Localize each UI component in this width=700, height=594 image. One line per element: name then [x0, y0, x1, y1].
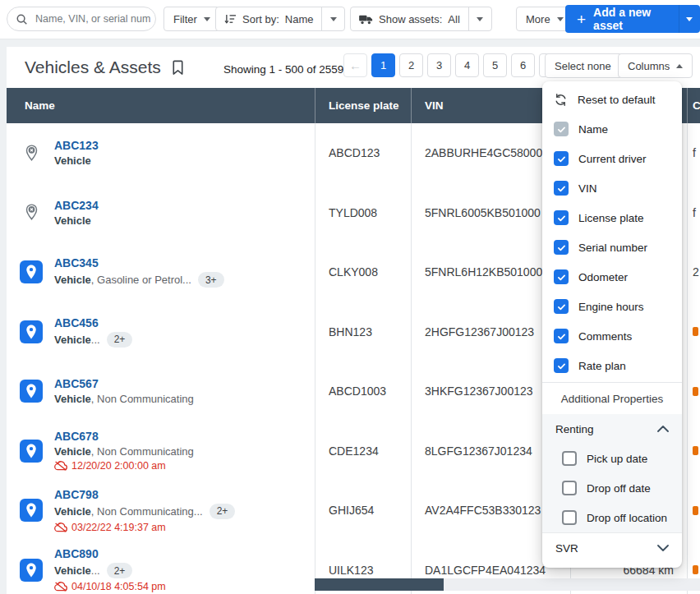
filter-button[interactable]: Filter: [163, 7, 220, 31]
checkbox-checked: [554, 329, 569, 343]
asset-name-link[interactable]: ABC456: [54, 316, 132, 329]
page-button-6[interactable]: 6: [511, 53, 535, 77]
groups-count-badge[interactable]: 2+: [107, 332, 133, 348]
add-asset-split-button: + Add a new asset: [565, 5, 700, 33]
sort-by-split-button: Sort by: Name: [215, 7, 345, 31]
group-label: SVR: [555, 542, 578, 555]
asset-type: Vehicle...2+: [54, 332, 132, 348]
chevron-down-icon: [557, 17, 564, 21]
column-toggle-serial-number[interactable]: Serial number: [542, 233, 682, 262]
column-group-header-svr[interactable]: SVR: [542, 532, 682, 563]
license-plate-cell: BHN123: [315, 302, 411, 362]
asset-name-link[interactable]: ABC345: [54, 256, 224, 269]
columns-menu: Reset to default Name Current driver VIN…: [542, 81, 682, 568]
column-toggle-drop-off-date[interactable]: Drop off date: [542, 473, 682, 503]
scrollbar-thumb[interactable]: [315, 578, 444, 591]
asset-name-link[interactable]: ABC798: [54, 488, 235, 501]
filter-label: Filter: [173, 13, 197, 25]
checkbox-unchecked: [562, 481, 577, 495]
sort-icon: [224, 14, 237, 25]
sort-by-value: Name: [285, 13, 314, 25]
chevron-down-icon: [686, 17, 693, 21]
sort-by-button[interactable]: Sort by: Name: [216, 7, 321, 30]
column-toggle-name: Name: [542, 114, 682, 144]
map-pin-icon: [20, 320, 43, 343]
license-plate-cell: TYLD008: [315, 183, 411, 243]
license-plate-cell: ABCD1003: [315, 361, 411, 421]
license-plate-cell: CDE1234: [315, 421, 411, 481]
page-button-5[interactable]: 5: [483, 53, 507, 77]
checkbox-label: VIN: [578, 182, 597, 195]
non-communicating-alert: 03/22/22 4:19:37 am: [54, 522, 235, 533]
column-header-name[interactable]: Name: [7, 88, 315, 123]
column-toggle-drop-off-location[interactable]: Drop off location: [542, 503, 682, 532]
checkbox-label: Drop off location: [587, 512, 667, 524]
map-pin-offline-icon: [20, 201, 43, 224]
chevron-down-icon: [330, 17, 337, 21]
column-toggle-odometer[interactable]: Odometer: [542, 262, 682, 292]
page-button-2[interactable]: 2: [399, 53, 423, 77]
vehicles-assets-page: Filter Sort by: Name Show assets: All: [0, 0, 700, 594]
clipped-icon: [693, 506, 698, 515]
column-toggle-pick-up-date[interactable]: Pick up date: [542, 444, 682, 473]
show-assets-button[interactable]: Show assets: All: [351, 7, 468, 30]
asset-name-link[interactable]: ABC234: [54, 199, 99, 212]
reset-to-default-button[interactable]: Reset to default: [542, 85, 682, 114]
chevron-up-icon: [676, 64, 683, 68]
page-button-1[interactable]: 1: [371, 53, 395, 77]
column-toggle-license-plate[interactable]: License plate: [542, 203, 682, 233]
map-pin-icon: [20, 440, 43, 463]
show-assets-dropdown-button[interactable]: [468, 7, 491, 30]
search-input[interactable]: [34, 12, 152, 25]
asset-name-link[interactable]: ABC123: [54, 139, 99, 152]
clipped-icon: [693, 387, 698, 396]
add-asset-dropdown-button[interactable]: [679, 5, 700, 33]
page-button-3[interactable]: 3: [427, 53, 451, 77]
columns-button[interactable]: Columns: [618, 53, 693, 78]
horizontal-scrollbar[interactable]: [315, 578, 700, 591]
chevron-up-icon: [657, 426, 669, 432]
non-communicating-alert: 12/20/20 2:00:00 am: [54, 460, 194, 472]
page-button-4[interactable]: 4: [455, 53, 479, 77]
bookmark-icon[interactable]: [170, 59, 186, 76]
checkbox-checked: [554, 210, 569, 225]
asset-type: Vehicle, Gasoline or Petrol...3+: [54, 272, 224, 288]
search-box[interactable]: [7, 7, 156, 31]
column-group-header-renting[interactable]: Renting: [542, 414, 682, 444]
columns-menu-list: Name Current driver VIN License plate Se…: [542, 114, 682, 380]
asset-name-link[interactable]: ABC567: [54, 377, 194, 390]
map-pin-offline-icon: [20, 141, 43, 164]
column-header-license-plate[interactable]: License plate: [315, 88, 411, 123]
prev-page-button[interactable]: ←: [343, 53, 367, 77]
group-label: Renting: [555, 423, 594, 435]
asset-type: Vehicle...2+: [54, 563, 166, 578]
column-toggle-comments[interactable]: Comments: [542, 321, 682, 351]
asset-name-link[interactable]: ABC890: [54, 547, 166, 560]
map-pin-icon: [20, 380, 43, 403]
column-toggle-vin[interactable]: VIN: [542, 173, 682, 203]
checkbox-label: Rate plan: [578, 360, 626, 372]
sort-by-dropdown-button[interactable]: [321, 7, 344, 30]
groups-count-badge[interactable]: 3+: [198, 272, 224, 288]
license-plate-cell: ABCD123: [315, 123, 411, 183]
column-toggle-engine-hours[interactable]: Engine hours: [542, 292, 682, 321]
name-cell: ABC798 Vehicle, Non Communicating...2+ 0…: [7, 481, 315, 541]
license-plate-cell: GHIJ654: [315, 481, 411, 541]
name-cell: ABC678 Vehicle, Non Communicating 12/20/…: [7, 421, 315, 481]
checkbox-checked: [554, 269, 569, 284]
asset-name-link[interactable]: ABC678: [54, 430, 194, 443]
checkbox-label: Current driver: [578, 153, 647, 165]
checkbox-checked: [554, 151, 569, 166]
name-cell: ABC567 Vehicle, Non Communicating: [7, 361, 315, 421]
clipped-cell: [687, 361, 700, 421]
clipped-cell: f: [687, 123, 700, 183]
columns-menu-groups: Renting Pick up date Drop off date Drop …: [542, 414, 682, 563]
checkbox-checked: [554, 122, 569, 136]
groups-count-badge[interactable]: 2+: [107, 563, 133, 578]
asset-type: Vehicle, Non Communicating: [54, 393, 194, 405]
column-toggle-rate-plan[interactable]: Rate plan: [542, 351, 682, 380]
groups-count-badge[interactable]: 2+: [210, 504, 236, 519]
column-header-clipped: C: [687, 88, 700, 123]
add-asset-button[interactable]: + Add a new asset: [565, 5, 679, 33]
column-toggle-current-driver[interactable]: Current driver: [542, 144, 682, 173]
